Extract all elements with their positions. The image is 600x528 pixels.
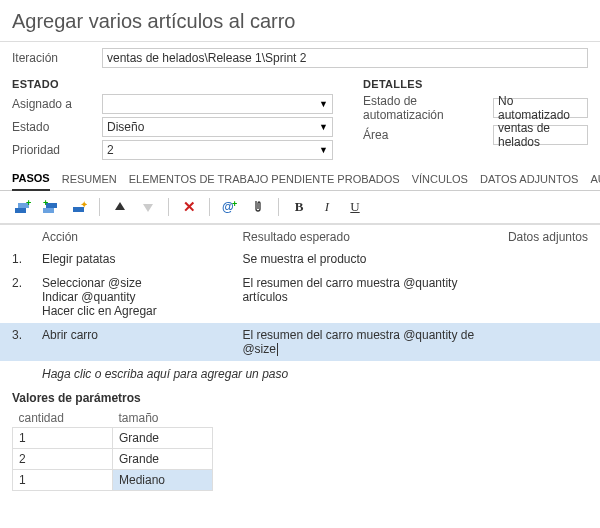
- steps-grid-body: 1.Elegir patatasSe muestra el producto2.…: [0, 247, 600, 361]
- attachment-icon[interactable]: [247, 196, 269, 218]
- step-result[interactable]: El resumen del carro muestra @quantity d…: [242, 328, 503, 356]
- params-heading: Valores de parámetros: [0, 389, 600, 409]
- params-table: cantidad tamaño 1Grande2Grande1Mediano: [12, 409, 213, 491]
- bold-button[interactable]: B: [288, 196, 310, 218]
- step-result[interactable]: Se muestra el producto: [242, 252, 503, 266]
- iteration-label: Iteración: [12, 51, 102, 65]
- step-attachments: [503, 328, 588, 356]
- toolbar-separator: [209, 198, 210, 216]
- toolbar-separator: [278, 198, 279, 216]
- priority-value: 2: [107, 143, 114, 157]
- param-row[interactable]: 1Mediano: [13, 470, 213, 491]
- param-cell[interactable]: Grande: [113, 449, 213, 470]
- param-cell[interactable]: Grande: [113, 428, 213, 449]
- param-cell[interactable]: Mediano: [113, 470, 213, 491]
- step-action[interactable]: Seleccionar @sizeIndicar @quantityHacer …: [42, 276, 242, 318]
- status-value: Diseño: [107, 120, 144, 134]
- svg-text:+: +: [43, 200, 48, 208]
- step-row[interactable]: 2.Seleccionar @sizeIndicar @quantityHace…: [0, 271, 600, 323]
- assigned-label: Asignado a: [12, 97, 102, 111]
- svg-rect-0: [15, 208, 26, 213]
- tab-elementos[interactable]: ELEMENTOS DE TRABAJO PENDIENTE PROBADOS: [129, 173, 400, 190]
- tab-vinculos[interactable]: VÍNCULOS: [412, 173, 468, 190]
- underline-button[interactable]: U: [344, 196, 366, 218]
- move-up-icon[interactable]: [109, 196, 131, 218]
- step-action[interactable]: Elegir patatas: [42, 252, 242, 266]
- status-label: Estado: [12, 120, 102, 134]
- area-label: Área: [363, 128, 493, 142]
- step-attachments: [503, 252, 588, 266]
- step-number: 3.: [12, 328, 42, 356]
- toolbar-separator: [99, 198, 100, 216]
- param-row[interactable]: 2Grande: [13, 449, 213, 470]
- param-col-1: tamaño: [113, 409, 213, 428]
- automation-label: Estado de automatización: [363, 94, 493, 122]
- tab-adjuntos[interactable]: DATOS ADJUNTOS: [480, 173, 578, 190]
- svg-text:+: +: [232, 200, 237, 209]
- priority-label: Prioridad: [12, 143, 102, 157]
- svg-text:+: +: [26, 200, 31, 208]
- area-value[interactable]: ventas de helados: [493, 125, 588, 145]
- insert-step-before-icon[interactable]: +: [40, 196, 62, 218]
- iteration-input[interactable]: [102, 48, 588, 68]
- state-heading: ESTADO: [12, 78, 333, 90]
- param-row[interactable]: 1Grande: [13, 428, 213, 449]
- col-action: Acción: [42, 230, 242, 244]
- automation-value[interactable]: No automatizado: [493, 98, 588, 118]
- step-action[interactable]: Abrir carro: [42, 328, 242, 356]
- details-heading: DETALLES: [363, 78, 588, 90]
- italic-button[interactable]: I: [316, 196, 338, 218]
- param-cell[interactable]: 2: [13, 449, 113, 470]
- insert-step-icon[interactable]: +: [12, 196, 34, 218]
- chevron-down-icon: ▼: [319, 99, 328, 109]
- param-col-0: cantidad: [13, 409, 113, 428]
- step-row[interactable]: 1.Elegir patatasSe muestra el producto: [0, 247, 600, 271]
- move-down-icon[interactable]: [137, 196, 159, 218]
- steps-toolbar: + + ✦ ✕ @+ B I U: [0, 191, 600, 225]
- add-step-placeholder[interactable]: Haga clic o escriba aquí para agregar un…: [0, 361, 600, 389]
- step-attachments: [503, 276, 588, 318]
- chevron-down-icon: ▼: [319, 122, 328, 132]
- insert-shared-step-icon[interactable]: ✦: [68, 196, 90, 218]
- toolbar-separator: [168, 198, 169, 216]
- svg-text:✦: ✦: [80, 200, 87, 210]
- status-combo[interactable]: Diseño ▼: [102, 117, 333, 137]
- param-cell[interactable]: 1: [13, 428, 113, 449]
- iteration-row: Iteración: [12, 48, 588, 68]
- step-number: 1.: [12, 252, 42, 266]
- tabs: PASOS RESUMEN ELEMENTOS DE TRABAJO PENDI…: [0, 167, 600, 191]
- steps-grid-header: Acción Resultado esperado Datos adjuntos: [0, 225, 600, 247]
- tab-automatizacion[interactable]: AUTOMATIZACIÓN ASOCIADA: [590, 173, 600, 190]
- delete-step-icon[interactable]: ✕: [178, 196, 200, 218]
- col-attachments: Datos adjuntos: [503, 230, 588, 244]
- step-number: 2.: [12, 276, 42, 318]
- svg-rect-3: [43, 208, 54, 213]
- step-row[interactable]: 3.Abrir carroEl resumen del carro muestr…: [0, 323, 600, 361]
- page-title: Agregar varios artículos al carro: [0, 0, 600, 42]
- chevron-down-icon: ▼: [319, 145, 328, 155]
- step-result[interactable]: El resumen del carro muestra @quantity a…: [242, 276, 503, 318]
- assigned-combo[interactable]: ▼: [102, 94, 333, 114]
- tab-resumen[interactable]: RESUMEN: [62, 173, 117, 190]
- param-cell[interactable]: 1: [13, 470, 113, 491]
- priority-combo[interactable]: 2 ▼: [102, 140, 333, 160]
- insert-param-icon[interactable]: @+: [219, 196, 241, 218]
- tab-pasos[interactable]: PASOS: [12, 172, 50, 191]
- col-result: Resultado esperado: [242, 230, 503, 244]
